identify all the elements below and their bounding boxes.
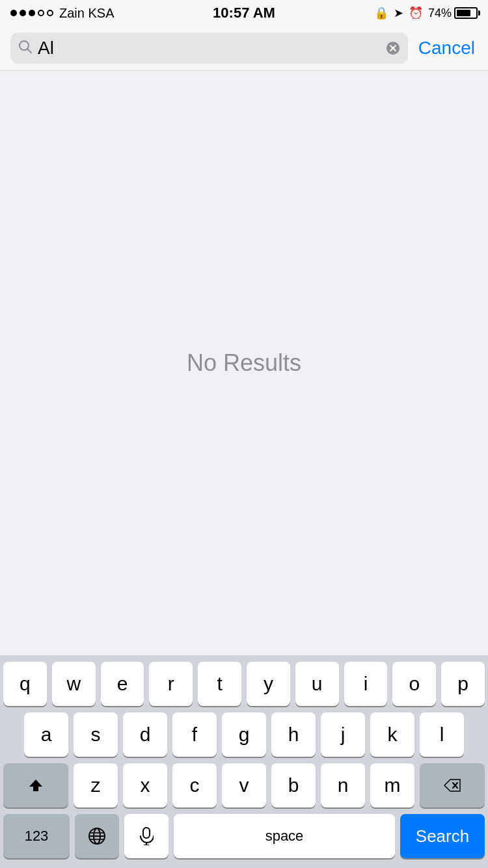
search-input[interactable] [38, 38, 381, 59]
key-v[interactable]: v [222, 763, 266, 807]
keyboard-row-2: a s d f g h j k l [3, 712, 485, 757]
key-q[interactable]: q [3, 662, 47, 706]
battery-container: 74% [428, 7, 478, 20]
space-key[interactable]: space [174, 814, 395, 858]
key-c[interactable]: c [172, 763, 217, 807]
signal-dot-4 [38, 10, 44, 16]
key-s[interactable]: s [74, 712, 118, 757]
location-icon: ➤ [394, 6, 403, 20]
key-i[interactable]: i [344, 662, 388, 706]
search-input-wrapper[interactable] [10, 33, 408, 64]
key-a[interactable]: a [24, 712, 68, 757]
key-w[interactable]: w [52, 662, 96, 706]
keyboard: q w e r t y u i o p a s d f g h j k l z … [0, 655, 488, 868]
svg-rect-12 [143, 828, 150, 838]
battery-icon [454, 7, 478, 19]
search-bar-container: Cancel [0, 26, 488, 71]
alarm-icon: ⏰ [409, 6, 423, 20]
key-r[interactable]: r [149, 662, 193, 706]
status-left: Zain KSA [10, 6, 114, 21]
key-b[interactable]: b [271, 763, 316, 807]
main-content: No Results [0, 71, 488, 655]
key-p[interactable]: p [441, 662, 485, 706]
battery-percentage: 74% [428, 7, 452, 20]
key-d[interactable]: d [123, 712, 167, 757]
signal-dot-1 [10, 10, 17, 16]
key-g[interactable]: g [222, 712, 266, 757]
key-z[interactable]: z [74, 763, 118, 807]
clear-button[interactable] [386, 41, 400, 55]
shift-key[interactable] [3, 763, 68, 807]
status-time: 10:57 AM [213, 5, 275, 21]
keyboard-row-3: z x c v b n m [3, 763, 485, 807]
signal-dot-3 [29, 10, 35, 16]
key-f[interactable]: f [172, 712, 217, 757]
status-bar: Zain KSA 10:57 AM 🔒 ➤ ⏰ 74% [0, 0, 488, 26]
status-right: 🔒 ➤ ⏰ 74% [374, 6, 478, 20]
key-l[interactable]: l [420, 712, 464, 757]
svg-line-1 [28, 49, 32, 53]
key-t[interactable]: t [198, 662, 241, 706]
key-x[interactable]: x [123, 763, 167, 807]
key-j[interactable]: j [321, 712, 365, 757]
mic-key[interactable] [124, 814, 169, 858]
delete-key[interactable] [420, 763, 485, 807]
key-k[interactable]: k [370, 712, 414, 757]
globe-key[interactable] [75, 814, 119, 858]
cancel-button[interactable]: Cancel [416, 38, 478, 59]
search-icon [18, 40, 33, 57]
lock-icon: 🔒 [374, 6, 388, 20]
key-u[interactable]: u [295, 662, 339, 706]
key-e[interactable]: e [101, 662, 144, 706]
signal-dot-5 [47, 10, 53, 16]
search-key[interactable]: Search [400, 814, 485, 858]
signal-dots [10, 10, 53, 16]
no-results-text: No Results [187, 349, 301, 377]
keyboard-row-4: 123 space Search [3, 814, 485, 858]
key-n[interactable]: n [321, 763, 365, 807]
numbers-key[interactable]: 123 [3, 814, 70, 858]
key-m[interactable]: m [370, 763, 414, 807]
carrier-name: Zain KSA [59, 6, 114, 21]
key-o[interactable]: o [392, 662, 436, 706]
signal-dot-2 [20, 10, 26, 16]
key-h[interactable]: h [271, 712, 316, 757]
key-y[interactable]: y [247, 662, 290, 706]
keyboard-row-1: q w e r t y u i o p [3, 662, 485, 706]
battery-fill [457, 10, 470, 16]
